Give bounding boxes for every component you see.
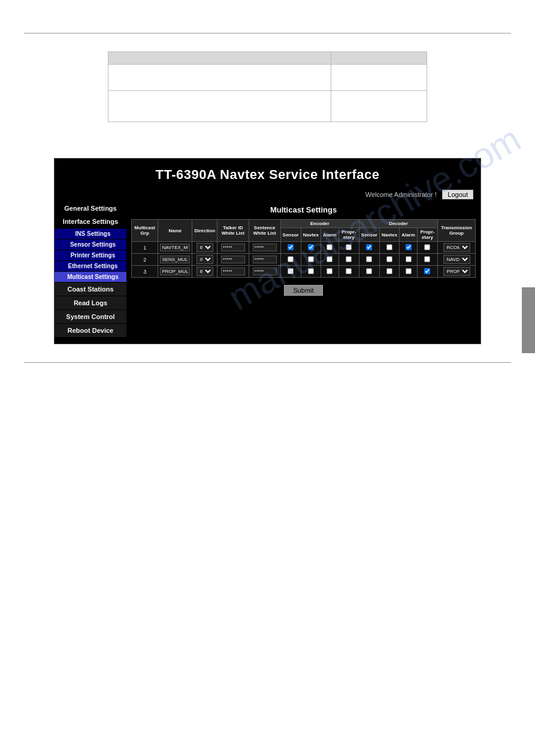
sidebar-item-ins-settings[interactable]: INS Settings [55,229,126,239]
sidebar-item-system-control[interactable]: System Control [55,310,126,323]
cell-dec-alarm [400,254,418,266]
table-cell [331,65,427,91]
cell-dir: BIINOUT [192,266,217,278]
sidebar-item-printer-settings[interactable]: Printer Settings [55,250,126,260]
enc-sub-alarm: Alarm [321,228,338,242]
dec-prop-check[interactable] [424,244,430,250]
col-header-name: Name [158,220,192,242]
talker-input[interactable] [221,268,245,275]
app-header: Welcome Administrator ! Logout [55,189,480,202]
table-col2-header [331,52,427,65]
direction-select[interactable]: BIINOUT [197,255,213,264]
enc-alarm-check[interactable] [327,256,333,262]
name-input[interactable] [160,256,190,263]
cell-dec-prop [417,254,437,266]
name-input[interactable] [160,268,190,275]
sentence-input[interactable] [253,256,277,263]
direction-select[interactable]: BIINOUT [197,243,213,252]
cell-enc-sensor [280,242,301,254]
dec-alarm-check[interactable] [406,244,412,250]
cell-enc-navtex [301,242,321,254]
sidebar-item-reboot-device[interactable]: Reboot Device [55,324,126,337]
table-row: 2 BIINOUT RCOM NAVD PROP [132,254,476,266]
enc-navtex-check[interactable] [308,256,314,262]
sentence-input[interactable] [253,268,277,275]
trans-select[interactable]: RCOM NAVD PROP [443,243,470,252]
cell-dec-navtex [379,242,399,254]
cell-dec-sensor [359,242,379,254]
cell-trans: RCOM NAVD PROP [438,254,476,266]
cell-enc-alarm [321,254,338,266]
dec-sub-alarm: Alarm [400,228,418,242]
dec-sensor-check[interactable] [366,268,372,274]
enc-alarm-check[interactable] [327,244,333,250]
enc-prop-check[interactable] [346,256,352,262]
sidebar-item-read-logs[interactable]: Read Logs [55,296,126,309]
col-header-decoder: Decoder [359,220,437,228]
sentence-input[interactable] [253,244,277,251]
col-header-grp: Multicast Grp [132,220,158,242]
trans-select[interactable]: RCOM NAVD PROP [443,267,470,276]
sidebar-item-ethernet-settings[interactable]: Ethernet Settings [55,261,126,271]
sidebar-item-general-settings[interactable]: General Settings [55,202,126,215]
cell-grp: 3 [132,266,158,278]
cell-trans: RCOM NAVD PROP [438,242,476,254]
table-cell [331,91,427,122]
cell-dec-navtex [379,266,399,278]
talker-input[interactable] [221,256,245,263]
welcome-text: Welcome Administrator ! [365,191,437,198]
app-title: TT-6390A Navtex Service Interface [55,159,480,189]
top-rule [24,33,511,34]
enc-prop-check[interactable] [346,244,352,250]
enc-alarm-check[interactable] [327,268,333,274]
enc-prop-check[interactable] [346,268,352,274]
submit-row: Submit [131,281,476,296]
col-header-direction: Direction [192,220,217,242]
name-input[interactable] [160,244,190,251]
cell-grp: 1 [132,242,158,254]
sidebar-item-interface-settings[interactable]: Interface Settings [55,215,126,228]
sidebar-item-multicast-settings[interactable]: Multicast Settings [55,272,126,282]
cell-dec-sensor [359,254,379,266]
enc-navtex-check[interactable] [308,244,314,250]
dec-sensor-check[interactable] [366,256,372,262]
sidebar-item-coast-stations[interactable]: Coast Stations [55,283,126,296]
enc-sensor-check[interactable] [288,256,294,262]
ui-screenshot: TT-6390A Navtex Service Interface Welcom… [54,158,481,344]
app-body: General Settings Interface Settings INS … [55,202,480,344]
enc-sensor-check[interactable] [288,268,294,274]
table-cell [108,91,331,122]
cell-dec-alarm [400,266,418,278]
cell-trans: RCOM NAVD PROP [438,266,476,278]
dec-sub-navtex: Navtex [379,228,399,242]
dec-prop-check[interactable] [424,268,430,274]
dec-navtex-check[interactable] [386,256,392,262]
side-tab [522,287,535,353]
enc-sub-prop: Propr-etary [338,228,359,242]
cell-enc-prop [338,254,359,266]
dec-navtex-check[interactable] [386,268,392,274]
dec-sensor-check[interactable] [366,244,372,250]
enc-sensor-check[interactable] [288,244,294,250]
cell-talker [217,254,249,266]
enc-sub-sensor: Sensor [280,228,301,242]
sidebar-item-sensor-settings[interactable]: Sensor Settings [55,239,126,250]
cell-dec-alarm [400,242,418,254]
dec-sub-sensor: Sensor [359,228,379,242]
cell-enc-alarm [321,242,338,254]
dec-prop-check[interactable] [424,256,430,262]
dec-alarm-check[interactable] [406,268,412,274]
dec-alarm-check[interactable] [406,256,412,262]
dec-navtex-check[interactable] [386,244,392,250]
talker-input[interactable] [221,244,245,251]
table-row [108,65,427,91]
table-section [108,51,427,122]
direction-select[interactable]: BIINOUT [197,267,213,276]
enc-navtex-check[interactable] [308,268,314,274]
cell-name [158,242,192,254]
trans-select[interactable]: RCOM NAVD PROP [443,255,470,264]
logout-button[interactable]: Logout [442,190,473,199]
submit-button[interactable]: Submit [284,285,322,296]
cell-dec-prop [417,266,437,278]
cell-sentence [249,254,280,266]
